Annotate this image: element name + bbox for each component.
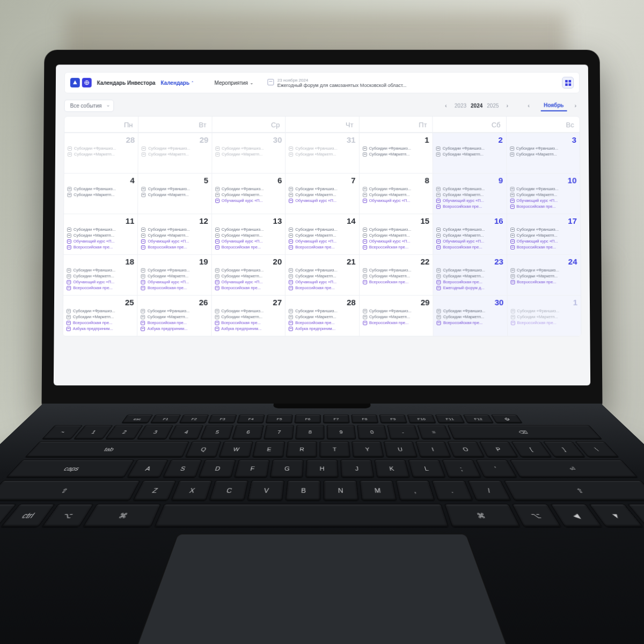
- calendar-event[interactable]: Всероссийская пре...: [141, 286, 208, 290]
- calendar-event[interactable]: Субсидии «Маркетп...: [289, 192, 355, 197]
- calendar-cell[interactable]: 18Субсидии «Франшиз...Субсидии «Маркетп.…: [63, 254, 137, 295]
- calendar-event[interactable]: Всероссийская пре...: [289, 320, 356, 325]
- calendar-event[interactable]: Субсидии «Маркетп...: [67, 314, 134, 319]
- calendar-event[interactable]: Ежегодный форум д...: [436, 286, 503, 290]
- calendar-event[interactable]: Субсидии «Франшиз...: [289, 146, 355, 151]
- year-option-2024[interactable]: 2024: [471, 103, 482, 109]
- calendar-cell[interactable]: 15Субсидии «Франшиз...Субсидии «Маркетп.…: [359, 214, 433, 254]
- calendar-event[interactable]: Субсидии «Маркетп...: [510, 152, 576, 157]
- calendar-event[interactable]: Субсидии «Франшиз...: [215, 309, 282, 313]
- calendar-event[interactable]: Всероссийская пре...: [215, 320, 282, 325]
- calendar-event[interactable]: Субсидии «Маркетп...: [215, 314, 282, 319]
- year-next-button[interactable]: ›: [503, 101, 511, 110]
- calendar-event[interactable]: Всероссийская пре...: [67, 245, 135, 250]
- calendar-event[interactable]: Всероссийская пре...: [215, 245, 282, 250]
- calendar-event[interactable]: Субсидии «Франшиз...: [363, 227, 429, 232]
- calendar-event[interactable]: Субсидии «Франшиз...: [215, 186, 282, 191]
- calendar-event[interactable]: Субсидии «Маркетп...: [289, 152, 355, 157]
- calendar-event[interactable]: Субсидии «Маркетп...: [142, 192, 208, 197]
- calendar-event[interactable]: Субсидии «Франшиз...: [142, 186, 208, 191]
- calendar-event[interactable]: Субсидии «Маркетп...: [510, 192, 576, 197]
- featured-event[interactable]: 23 ноября 2024 Ежегодный форум для самоз…: [268, 78, 557, 88]
- calendar-event[interactable]: Обучающий курс «П...: [215, 239, 282, 244]
- calendar-event[interactable]: Субсидии «Франшиз...: [67, 309, 134, 313]
- calendar-event[interactable]: Субсидии «Маркетп...: [67, 192, 134, 197]
- calendar-event[interactable]: Субсидии «Маркетп...: [141, 314, 208, 319]
- calendar-event[interactable]: Субсидии «Маркетп...: [289, 233, 355, 238]
- event-type-filter[interactable]: Все события: [64, 100, 114, 112]
- calendar-event[interactable]: Субсидии «Франшиз...: [289, 227, 355, 232]
- calendar-cell[interactable]: 24Субсидии «Франшиз...Субсидии «Маркетп.…: [507, 254, 581, 295]
- calendar-event[interactable]: Субсидии «Франшиз...: [510, 227, 577, 232]
- month-next-button[interactable]: ›: [571, 101, 580, 110]
- calendar-cell[interactable]: 20Субсидии «Франшиз...Субсидии «Маркетп.…: [211, 254, 285, 295]
- calendar-cell[interactable]: 6Субсидии «Франшиз...Субсидии «Маркетп..…: [211, 173, 285, 214]
- calendar-event[interactable]: Субсидии «Маркетп...: [510, 314, 577, 319]
- calendar-event[interactable]: Азбука предприним...: [67, 326, 134, 331]
- calendar-cell[interactable]: 5Субсидии «Франшиз...Субсидии «Маркетп..…: [138, 173, 212, 214]
- calendar-event[interactable]: Азбука предприним...: [215, 326, 282, 331]
- calendar-event[interactable]: Всероссийская пре...: [436, 204, 503, 209]
- calendar-event[interactable]: Всероссийская пре...: [289, 286, 356, 290]
- calendar-event[interactable]: Обучающий курс «П...: [67, 239, 135, 244]
- calendar-event[interactable]: Субсидии «Франшиз...: [363, 186, 429, 191]
- calendar-cell[interactable]: 4Субсидии «Франшиз...Субсидии «Маркетп..…: [64, 173, 138, 214]
- calendar-event[interactable]: Обучающий курс «П...: [141, 280, 208, 284]
- calendar-event[interactable]: Субсидии «Маркетп...: [436, 233, 503, 238]
- calendar-event[interactable]: Субсидии «Франшиз...: [436, 227, 503, 232]
- calendar-event[interactable]: Субсидии «Маркетп...: [141, 274, 208, 279]
- calendar-cell[interactable]: 22Субсидии «Франшиз...Субсидии «Маркетп.…: [359, 254, 433, 295]
- calendar-event[interactable]: Субсидии «Маркетп...: [363, 152, 429, 157]
- calendar-event[interactable]: Всероссийская пре...: [363, 320, 430, 325]
- calendar-event[interactable]: Субсидии «Франшиз...: [363, 146, 429, 151]
- calendar-cell[interactable]: 25Субсидии «Франшиз...Субсидии «Маркетп.…: [63, 295, 137, 336]
- calendar-event[interactable]: Субсидии «Маркетп...: [68, 152, 135, 157]
- calendar-event[interactable]: Субсидии «Маркетп...: [141, 233, 208, 238]
- calendar-event[interactable]: Субсидии «Франшиз...: [215, 146, 282, 151]
- calendar-event[interactable]: Субсидии «Франшиз...: [67, 186, 134, 191]
- calendar-cell[interactable]: 30Субсидии «Франшиз...Субсидии «Маркетп.…: [211, 133, 285, 173]
- calendar-event[interactable]: Обучающий курс «П...: [436, 198, 503, 203]
- calendar-cell[interactable]: 11Субсидии «Франшиз...Субсидии «Маркетп.…: [64, 214, 138, 254]
- calendar-cell[interactable]: 31Субсидии «Франшиз...Субсидии «Маркетп.…: [285, 133, 358, 173]
- calendar-event[interactable]: Обучающий курс «П...: [289, 280, 356, 284]
- calendar-event[interactable]: Субсидии «Маркетп...: [436, 152, 503, 157]
- calendar-cell[interactable]: 19Субсидии «Франшиз...Субсидии «Маркетп.…: [137, 254, 211, 295]
- calendar-event[interactable]: Всероссийская пре...: [436, 280, 503, 284]
- calendar-event[interactable]: Субсидии «Франшиз...: [68, 146, 135, 151]
- calendar-event[interactable]: Субсидии «Франшиз...: [436, 268, 503, 273]
- year-prev-button[interactable]: ‹: [442, 101, 450, 110]
- calendar-event[interactable]: Всероссийская пре...: [141, 320, 208, 325]
- calendar-cell[interactable]: 16Субсидии «Франшиз...Субсидии «Маркетп.…: [433, 214, 507, 254]
- calendar-cell[interactable]: 27Субсидии «Франшиз...Субсидии «Маркетп.…: [211, 295, 285, 336]
- calendar-cell[interactable]: 1Субсидии «Франшиз...Субсидии «Маркетп..…: [507, 295, 581, 336]
- calendar-event[interactable]: Субсидии «Маркетп...: [363, 192, 429, 197]
- calendar-event[interactable]: Обучающий курс «П...: [363, 239, 430, 244]
- calendar-event[interactable]: Субсидии «Маркетп...: [215, 233, 282, 238]
- calendar-event[interactable]: Обучающий курс «П...: [215, 198, 282, 203]
- calendar-cell[interactable]: 13Субсидии «Франшиз...Субсидии «Маркетп.…: [211, 214, 286, 254]
- calendar-event[interactable]: Субсидии «Маркетп...: [67, 274, 134, 279]
- calendar-cell[interactable]: 28Субсидии «Франшиз...Субсидии «Маркетп.…: [285, 295, 359, 336]
- calendar-event[interactable]: Субсидии «Франшиз...: [141, 268, 208, 273]
- calendar-event[interactable]: Обучающий курс «П...: [289, 239, 355, 244]
- calendar-event[interactable]: Субсидии «Франшиз...: [142, 146, 208, 151]
- view-grid-button[interactable]: [562, 77, 574, 89]
- calendar-event[interactable]: Всероссийская пре...: [510, 245, 577, 250]
- calendar-event[interactable]: Субсидии «Франшиз...: [510, 186, 576, 191]
- calendar-cell[interactable]: 29Субсидии «Франшиз...Субсидии «Маркетп.…: [359, 295, 433, 336]
- calendar-event[interactable]: Субсидии «Франшиз...: [437, 309, 504, 313]
- calendar-cell[interactable]: 26Субсидии «Франшиз...Субсидии «Маркетп.…: [137, 295, 211, 336]
- calendar-cell[interactable]: 14Субсидии «Франшиз...Субсидии «Маркетп.…: [285, 214, 359, 254]
- calendar-event[interactable]: Субсидии «Франшиз...: [215, 268, 282, 273]
- calendar-event[interactable]: Обучающий курс «П...: [436, 239, 503, 244]
- calendar-event[interactable]: Субсидии «Маркетп...: [510, 233, 577, 238]
- calendar-event[interactable]: Всероссийская пре...: [437, 320, 504, 325]
- calendar-cell[interactable]: 23Субсидии «Франшиз...Субсидии «Маркетп.…: [433, 254, 507, 295]
- calendar-cell[interactable]: 28Субсидии «Франшиз...Субсидии «Маркетп.…: [64, 133, 138, 173]
- calendar-event[interactable]: Субсидии «Маркетп...: [215, 192, 282, 197]
- calendar-event[interactable]: Субсидии «Франшиз...: [510, 268, 577, 273]
- calendar-cell[interactable]: 21Субсидии «Франшиз...Субсидии «Маркетп.…: [285, 254, 359, 295]
- calendar-cell[interactable]: 17Субсидии «Франшиз...Субсидии «Маркетп.…: [506, 214, 580, 254]
- calendar-event[interactable]: Всероссийская пре...: [436, 245, 503, 250]
